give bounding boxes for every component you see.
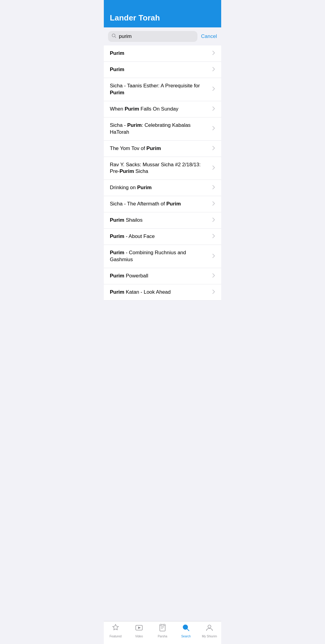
result-item[interactable]: Purim bbox=[104, 62, 221, 78]
chevron-icon bbox=[212, 50, 215, 57]
results-container: PurimPurimSicha - Taanis Esther: A Prere… bbox=[104, 45, 221, 328]
result-item[interactable]: Sicha - Taanis Esther: A Prerequisite fo… bbox=[104, 78, 221, 101]
search-input-wrapper[interactable] bbox=[108, 31, 197, 42]
chevron-icon bbox=[212, 201, 215, 207]
result-item[interactable]: Purim - About Face bbox=[104, 229, 221, 245]
chevron-icon bbox=[212, 67, 215, 73]
result-text: The Yom Tov of Purim bbox=[110, 145, 210, 152]
chevron-icon bbox=[212, 145, 215, 152]
chevron-icon bbox=[212, 289, 215, 295]
result-text: Sicha - Purim: Celebrating Kabalas HaTor… bbox=[110, 122, 210, 136]
search-bar-container: Cancel bbox=[104, 27, 221, 45]
result-item[interactable]: Purim bbox=[104, 45, 221, 62]
result-text: Purim Powerball bbox=[110, 273, 210, 280]
results-list: PurimPurimSicha - Taanis Esther: A Prere… bbox=[104, 45, 221, 301]
result-text: When Purim Falls On Sunday bbox=[110, 106, 210, 113]
result-item[interactable]: Purim Katan - Look Ahead bbox=[104, 284, 221, 301]
chevron-icon bbox=[212, 217, 215, 224]
result-item[interactable]: Drinking on Purim bbox=[104, 180, 221, 196]
result-item[interactable]: When Purim Falls On Sunday bbox=[104, 101, 221, 117]
cancel-button[interactable]: Cancel bbox=[201, 33, 217, 39]
app-header: Lander Torah bbox=[104, 0, 221, 27]
chevron-icon bbox=[212, 165, 215, 171]
result-item[interactable]: Sicha - The Aftermath of Purim bbox=[104, 196, 221, 212]
search-icon-small bbox=[112, 33, 116, 39]
result-item[interactable]: Rav Y. Sacks: Mussar Sicha #2 2/18/13: P… bbox=[104, 157, 221, 180]
chevron-icon bbox=[212, 86, 215, 92]
result-text: Purim - Combining Ruchnius and Gashmius bbox=[110, 249, 210, 263]
result-text: Purim bbox=[110, 50, 210, 57]
chevron-icon bbox=[212, 126, 215, 132]
app-title: Lander Torah bbox=[110, 13, 160, 22]
result-text: Purim bbox=[110, 66, 210, 73]
result-item[interactable]: Sicha - Purim: Celebrating Kabalas HaTor… bbox=[104, 117, 221, 141]
result-text: Sicha - The Aftermath of Purim bbox=[110, 201, 210, 208]
result-text: Rav Y. Sacks: Mussar Sicha #2 2/18/13: P… bbox=[110, 161, 210, 175]
chevron-icon bbox=[212, 273, 215, 279]
svg-line-1 bbox=[115, 37, 116, 38]
chevron-icon bbox=[212, 185, 215, 191]
result-item[interactable]: Purim - Combining Ruchnius and Gashmius bbox=[104, 245, 221, 268]
result-item[interactable]: Purim Shailos bbox=[104, 212, 221, 229]
chevron-icon bbox=[212, 106, 215, 112]
result-text: Drinking on Purim bbox=[110, 184, 210, 191]
result-text: Purim Katan - Look Ahead bbox=[110, 289, 210, 296]
result-text: Purim Shailos bbox=[110, 217, 210, 224]
result-item[interactable]: The Yom Tov of Purim bbox=[104, 141, 221, 157]
chevron-icon bbox=[212, 253, 215, 260]
result-item[interactable]: Purim Powerball bbox=[104, 268, 221, 284]
result-text: Purim - About Face bbox=[110, 233, 210, 240]
result-text: Sicha - Taanis Esther: A Prerequisite fo… bbox=[110, 83, 210, 96]
chevron-icon bbox=[212, 233, 215, 240]
search-input[interactable] bbox=[119, 33, 194, 39]
